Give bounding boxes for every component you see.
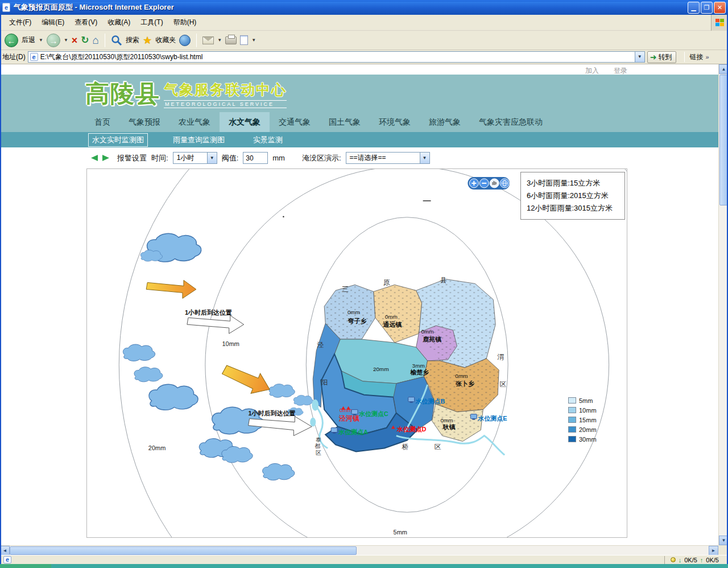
town-yuchu: 榆楚乡 bbox=[410, 369, 429, 376]
go-button[interactable]: ➜ 转到 bbox=[647, 51, 677, 63]
links-label[interactable]: 链接 bbox=[689, 52, 703, 62]
nav-environment[interactable]: 环境气象 bbox=[370, 112, 420, 132]
map-zoom-toolbar[interactable] bbox=[468, 177, 510, 190]
ring-label-10mm: 10mm bbox=[222, 340, 239, 347]
stop-icon[interactable]: × bbox=[72, 34, 78, 47]
mail-icon[interactable] bbox=[202, 36, 214, 44]
time-select-arrow-icon[interactable]: ▼ bbox=[207, 153, 217, 163]
menu-bar: 文件(F) 编辑(E) 查看(V) 收藏(A) 工具(T) 帮助(H) bbox=[0, 15, 728, 31]
hydrology-map[interactable]: 1小时后到达位置 1小时后到达位置 10mm 20mm 5mm 三 原 县 泾 … bbox=[86, 168, 627, 538]
menu-tools[interactable]: 工具(T) bbox=[136, 15, 167, 30]
svg-text:都: 都 bbox=[315, 443, 320, 449]
nav-land[interactable]: 国土气象 bbox=[320, 112, 370, 132]
address-separator bbox=[684, 52, 685, 62]
nav-hydrology[interactable]: 水文气象 bbox=[220, 112, 270, 132]
edit-icon[interactable] bbox=[240, 35, 248, 45]
status-page-icon: e bbox=[3, 556, 11, 563]
station-e-label[interactable]: 水位测点E bbox=[477, 415, 507, 422]
back-dropdown-icon[interactable]: ▼ bbox=[39, 38, 43, 43]
address-input[interactable]: e E:\气象台\原型20110530\原型20110530\swyb-list… bbox=[28, 51, 645, 63]
window-frame-left bbox=[0, 15, 1, 564]
nav-disaster-emergency[interactable]: 气象灾害应急联动 bbox=[470, 112, 552, 132]
address-dropdown-icon[interactable]: ▼ bbox=[635, 52, 644, 62]
alarm-settings-label[interactable]: 报警设置 bbox=[117, 153, 147, 163]
svg-text:泰: 泰 bbox=[315, 437, 321, 443]
legend-item: 10mm bbox=[568, 405, 597, 415]
rainfall-12h: 12小时面雨量:3015立方米 bbox=[527, 202, 619, 215]
svg-text:0mm: 0mm bbox=[421, 328, 434, 335]
taskbar-edge bbox=[0, 564, 728, 568]
prev-next-arrows[interactable] bbox=[90, 154, 113, 162]
arrival-label-2: 1小时后到达位置 bbox=[249, 410, 296, 417]
subnav-rain-query[interactable]: 雨量查询监测图 bbox=[169, 134, 228, 146]
station-d-label[interactable]: 水位测点D bbox=[396, 426, 427, 433]
time-select[interactable]: 1小时 ▼ bbox=[173, 152, 217, 164]
forward-dropdown-icon[interactable]: ▼ bbox=[64, 38, 68, 43]
address-text: E:\气象台\原型20110530\原型20110530\swyb-list.h… bbox=[40, 52, 203, 62]
town-gengzhen: 耿镇 bbox=[442, 423, 456, 430]
threshold-input[interactable] bbox=[243, 152, 268, 164]
scroll-right-button[interactable]: ► bbox=[709, 546, 718, 555]
town-zhangbu: 张卜乡 bbox=[456, 380, 474, 387]
maximize-button[interactable]: ❐ bbox=[701, 2, 713, 14]
town-luyuan: 鹿苑镇 bbox=[422, 336, 442, 343]
more-tools-dropdown-icon[interactable]: ▼ bbox=[251, 38, 256, 43]
station-b-label[interactable]: 水位测点B bbox=[415, 398, 445, 405]
subnav-live-view[interactable]: 实景监测 bbox=[250, 134, 286, 146]
menu-help[interactable]: 帮助(H) bbox=[169, 15, 201, 30]
scroll-left-button[interactable]: ◄ bbox=[0, 546, 10, 555]
pan-hand-button[interactable] bbox=[490, 179, 499, 188]
white-arrow-1 bbox=[187, 315, 244, 334]
forward-icon[interactable]: → bbox=[47, 34, 60, 47]
nav-tourism[interactable]: 旅游气象 bbox=[420, 112, 470, 132]
nav-home[interactable]: 首页 bbox=[85, 112, 119, 132]
mail-dropdown-icon[interactable]: ▼ bbox=[217, 38, 222, 43]
white-arrow-2 bbox=[249, 417, 312, 436]
menu-edit[interactable]: 编辑(E) bbox=[37, 15, 69, 30]
horizontal-scrollbar[interactable]: ◄ ► bbox=[0, 545, 718, 555]
station-c-label[interactable]: 水位测点C bbox=[358, 410, 388, 417]
horizontal-scroll-thumb[interactable] bbox=[10, 546, 357, 555]
media-globe-icon[interactable] bbox=[179, 35, 191, 46]
orange-arrow-1 bbox=[146, 280, 196, 298]
station-a-label[interactable]: 水位测点A bbox=[338, 429, 368, 435]
download-speed: 0K/5 bbox=[684, 557, 697, 563]
svg-text:三: 三 bbox=[342, 285, 349, 293]
logo-county-text: 高陵县 bbox=[85, 78, 160, 110]
links-chevron-icon[interactable]: » bbox=[705, 53, 709, 60]
favorites-icon[interactable]: ★ bbox=[143, 34, 152, 47]
threshold-label: 阀值: bbox=[222, 153, 239, 163]
station-b-icon[interactable] bbox=[408, 397, 415, 403]
back-label[interactable]: 后退 bbox=[22, 35, 35, 45]
legend-item: 5mm bbox=[568, 396, 597, 405]
standard-toolbar: ← 后退 ▼ → ▼ × ↻ ⌂ 搜索 ★ 收藏夹 ▼ ▼ bbox=[0, 31, 728, 50]
main-nav: 首页 气象预报 农业气象 水文气象 交通气象 国土气象 环境气象 旅游气象 气象… bbox=[0, 112, 718, 132]
favorites-label[interactable]: 收藏夹 bbox=[155, 35, 176, 45]
minimize-button[interactable]: ▁ bbox=[688, 2, 700, 14]
ring-label-20mm: 20mm bbox=[148, 444, 166, 451]
back-icon[interactable]: ← bbox=[5, 34, 18, 47]
go-label: 转到 bbox=[658, 52, 672, 62]
menu-view[interactable]: 查看(V) bbox=[70, 15, 102, 30]
menu-file[interactable]: 文件(F) bbox=[5, 15, 36, 30]
refresh-icon[interactable]: ↻ bbox=[81, 34, 89, 47]
subnav-realtime-monitor[interactable]: 水文实时监测图 bbox=[88, 133, 148, 147]
nav-weather-forecast[interactable]: 气象预报 bbox=[119, 112, 169, 132]
home-icon[interactable]: ⌂ bbox=[93, 34, 99, 47]
rainfall-6h: 6小时面雨量:2015立方米 bbox=[527, 190, 619, 202]
flood-demo-arrow-icon[interactable]: ▼ bbox=[420, 153, 429, 163]
search-label[interactable]: 搜索 bbox=[126, 35, 139, 45]
svg-text:区: 区 bbox=[316, 450, 321, 456]
hydrology-map-svg: 1小时后到达位置 1小时后到达位置 10mm 20mm 5mm 三 原 县 泾 … bbox=[87, 169, 627, 537]
legend-item: 15mm bbox=[568, 415, 597, 425]
nav-agriculture[interactable]: 农业气象 bbox=[169, 112, 220, 132]
menu-favorites[interactable]: 收藏(A) bbox=[103, 15, 135, 30]
nav-traffic[interactable]: 交通气象 bbox=[270, 112, 320, 132]
page-favicon: e bbox=[30, 53, 38, 61]
svg-text:0mm: 0mm bbox=[385, 314, 398, 320]
site-header: 高陵县 气象服务联动中心 METEOROLOGICAL SERVICE 首页 气… bbox=[0, 75, 718, 132]
flood-demo-select[interactable]: ==请选择== ▼ bbox=[346, 152, 430, 164]
search-icon[interactable] bbox=[111, 35, 122, 46]
close-button[interactable]: ✕ bbox=[714, 2, 726, 14]
print-icon[interactable] bbox=[225, 36, 237, 44]
